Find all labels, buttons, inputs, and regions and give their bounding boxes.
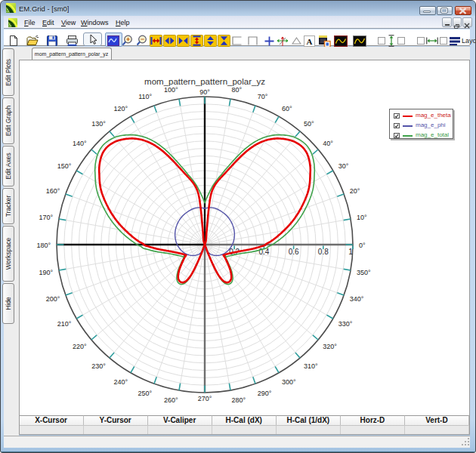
svg-text:0.6: 0.6 — [289, 248, 299, 256]
svg-text:280°: 280° — [231, 396, 246, 404]
svg-text:220°: 220° — [73, 343, 87, 350]
svg-text:100°: 100° — [164, 86, 178, 94]
svg-text:40°: 40° — [323, 140, 333, 147]
svg-text:0°: 0° — [359, 242, 366, 249]
svg-text:320°: 320° — [323, 343, 337, 350]
svg-text:210°: 210° — [57, 320, 72, 328]
svg-text:160°: 160° — [46, 187, 60, 195]
svg-text:120°: 120° — [113, 105, 128, 112]
svg-text:290°: 290° — [258, 390, 272, 397]
svg-text:90°: 90° — [199, 88, 210, 96]
svg-text:60°: 60° — [282, 105, 292, 112]
svg-text:340°: 340° — [350, 295, 364, 303]
svg-text:150°: 150° — [57, 162, 72, 170]
svg-text:260°: 260° — [164, 396, 178, 404]
svg-text:A: A — [307, 36, 313, 45]
svg-text:190°: 190° — [39, 269, 53, 276]
svg-text:80°: 80° — [231, 86, 242, 94]
svg-text:200°: 200° — [46, 295, 60, 303]
svg-text:10°: 10° — [357, 214, 367, 221]
svg-text:20°: 20° — [350, 187, 360, 195]
svg-text:0.8: 0.8 — [318, 248, 329, 256]
svg-text:140°: 140° — [73, 140, 87, 147]
svg-text:350°: 350° — [357, 269, 371, 276]
svg-text:310°: 310° — [304, 362, 318, 370]
svg-text:270°: 270° — [198, 395, 212, 402]
svg-text:240°: 240° — [113, 378, 128, 386]
svg-text:330°: 330° — [338, 320, 353, 328]
svg-text:110°: 110° — [138, 93, 152, 100]
svg-text:230°: 230° — [91, 362, 106, 370]
svg-text:30°: 30° — [338, 162, 349, 170]
svg-text:mom_pattern_pattern_polar_yz: mom_pattern_pattern_polar_yz — [144, 77, 265, 86]
svg-text:300°: 300° — [282, 378, 296, 386]
svg-text:250°: 250° — [138, 390, 153, 397]
svg-text:180°: 180° — [36, 242, 51, 249]
svg-text:50°: 50° — [304, 120, 314, 128]
svg-text:170°: 170° — [39, 214, 53, 221]
svg-text:70°: 70° — [258, 93, 268, 100]
svg-text:130°: 130° — [91, 120, 106, 128]
svg-text:1: 1 — [348, 248, 353, 256]
